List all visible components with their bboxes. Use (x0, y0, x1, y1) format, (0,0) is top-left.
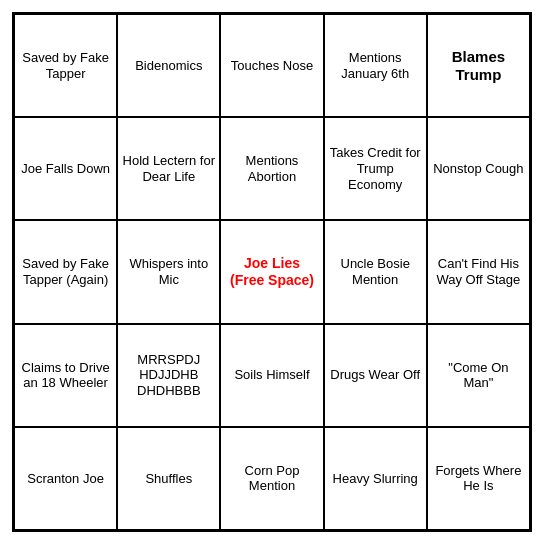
bingo-cell-10: Saved by Fake Tapper (Again) (14, 220, 117, 323)
bingo-board: Saved by Fake TapperBidenomicsTouches No… (12, 12, 532, 532)
bingo-cell-24: Forgets Where He Is (427, 427, 530, 530)
bingo-cell-18: Drugs Wear Off (324, 324, 427, 427)
bingo-cell-4: Blames Trump (427, 14, 530, 117)
bingo-cell-0: Saved by Fake Tapper (14, 14, 117, 117)
bingo-cell-5: Joe Falls Down (14, 117, 117, 220)
bingo-cell-6: Hold Lectern for Dear Life (117, 117, 220, 220)
bingo-cell-13: Uncle Bosie Mention (324, 220, 427, 323)
bingo-cell-12: Joe Lies (Free Space) (220, 220, 323, 323)
bingo-cell-2: Touches Nose (220, 14, 323, 117)
bingo-cell-11: Whispers into Mic (117, 220, 220, 323)
bingo-cell-22: Corn Pop Mention (220, 427, 323, 530)
bingo-cell-15: Claims to Drive an 18 Wheeler (14, 324, 117, 427)
bingo-cell-21: Shuffles (117, 427, 220, 530)
bingo-cell-23: Heavy Slurring (324, 427, 427, 530)
bingo-cell-19: "Come On Man" (427, 324, 530, 427)
bingo-cell-7: Mentions Abortion (220, 117, 323, 220)
bingo-cell-17: Soils Himself (220, 324, 323, 427)
bingo-cell-9: Nonstop Cough (427, 117, 530, 220)
bingo-cell-20: Scranton Joe (14, 427, 117, 530)
bingo-cell-1: Bidenomics (117, 14, 220, 117)
bingo-cell-3: Mentions January 6th (324, 14, 427, 117)
bingo-cell-14: Can't Find His Way Off Stage (427, 220, 530, 323)
bingo-cell-16: MRRSPDJ HDJJDHB DHDHBBB (117, 324, 220, 427)
bingo-cell-8: Takes Credit for Trump Economy (324, 117, 427, 220)
